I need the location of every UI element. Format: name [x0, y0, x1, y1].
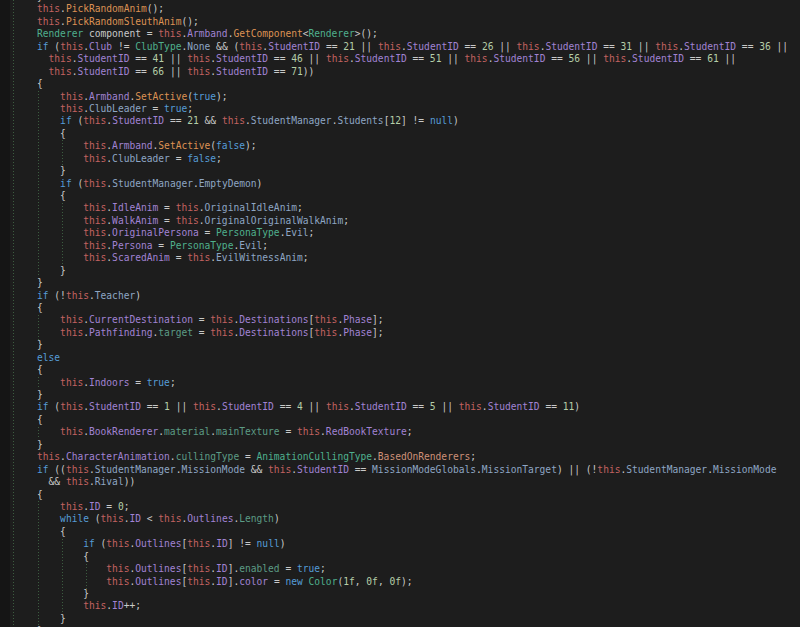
code-token: this — [83, 202, 106, 213]
code-token: this — [83, 252, 106, 263]
code-token: = — [280, 563, 297, 574]
code-token: if — [60, 178, 72, 189]
code-token: 12 — [389, 115, 401, 126]
code-token: null — [257, 538, 280, 549]
code-token: this — [210, 314, 233, 325]
code-token: ) — [280, 538, 286, 549]
code-token: = — [268, 576, 285, 587]
code-token: null — [430, 115, 453, 126]
code-token: || — [303, 401, 326, 412]
code-token: { — [37, 551, 89, 562]
code-token: else — [37, 352, 60, 363]
code-line: this.CharacterAnimation.cullingType = An… — [0, 451, 800, 463]
code-line: this.ClubLeader = true; — [0, 103, 800, 115]
code-token: 66 — [153, 66, 165, 77]
code-token: ); — [216, 91, 228, 102]
code-token — [37, 327, 60, 338]
code-token: this — [83, 115, 106, 126]
code-token: Rival — [95, 476, 124, 487]
code-token: BookRenderer — [89, 426, 158, 437]
code-token: ) — [135, 290, 141, 301]
code-token: PickRandomAnim — [66, 3, 147, 14]
code-token: PickRandomSleuthAnim — [66, 16, 182, 27]
code-token: GetComponent — [233, 28, 302, 39]
code-token: ); — [245, 140, 257, 151]
code-token: ClubLeader — [89, 103, 147, 114]
code-token: ); — [401, 576, 413, 587]
code-line: if ((this.StudentManager.MissionMode && … — [0, 464, 800, 476]
code-token: = — [170, 153, 187, 164]
code-token: this — [193, 401, 216, 412]
code-token: EvilWitnessAnim — [216, 252, 303, 263]
code-token: ; — [262, 240, 268, 251]
code-token: (); — [181, 16, 198, 27]
code-token: == — [407, 53, 430, 64]
code-token: cullingType — [176, 451, 240, 462]
code-token: ) — [453, 115, 459, 126]
code-token: Phase — [343, 327, 372, 338]
code-token: this — [210, 327, 233, 338]
code-token: || — [719, 53, 736, 64]
code-line: this.BookRenderer.material.mainTexture =… — [0, 426, 800, 438]
code-token: StudentID — [297, 464, 349, 475]
code-token: = — [193, 314, 210, 325]
code-line: this.ScaredAnim = this.EvilWitnessAnim; — [0, 252, 800, 264]
code-token: ) — [274, 513, 280, 524]
code-line: { — [0, 128, 800, 140]
code-token: this — [378, 41, 401, 52]
code-token: StudentID — [89, 401, 141, 412]
code-token: Outlines — [135, 563, 181, 574]
code-token: OriginalOriginalWalkAnim — [205, 215, 344, 226]
code-token: Armband — [89, 91, 129, 102]
code-token: this — [60, 91, 83, 102]
code-token: ] != — [228, 538, 257, 549]
code-token: { — [37, 489, 43, 500]
code-token: this — [297, 426, 320, 437]
code-token: ( — [95, 538, 107, 549]
code-token: Outlines — [135, 538, 181, 549]
code-token: == — [129, 66, 152, 77]
code-token: ClubType — [135, 41, 181, 52]
code-token: ID — [89, 501, 101, 512]
code-token: IdleAnim — [112, 202, 158, 213]
code-token: this — [187, 538, 210, 549]
code-line: } — [0, 265, 800, 277]
code-token: this — [83, 240, 106, 251]
code-token: = — [239, 451, 256, 462]
code-token: { — [37, 414, 43, 425]
code-token: Outlines — [187, 513, 233, 524]
code-token: ClubLeader — [112, 153, 170, 164]
code-token: StudentManager — [626, 464, 707, 475]
code-line: this.StudentID == 41 || this.StudentID =… — [0, 53, 800, 65]
code-line: if (this.StudentID == 1 || this.StudentI… — [0, 401, 800, 413]
code-token: } — [37, 0, 43, 2]
code-line: } — [0, 439, 800, 451]
code-token: None — [187, 41, 210, 52]
code-token: = — [170, 252, 187, 263]
code-token: this — [187, 252, 210, 263]
code-line: if (this.StudentID == 21 && this.Student… — [0, 115, 800, 127]
code-token: Indoors — [89, 377, 129, 388]
code-token: StudentManager — [95, 464, 176, 475]
code-token: MissionModeGlobals — [372, 464, 476, 475]
code-token: this — [101, 513, 124, 524]
code-token: Outlines — [135, 576, 181, 587]
code-token: || — [493, 41, 516, 52]
code-area[interactable]: }this.PickRandomAnim();this.PickRandomSl… — [0, 0, 800, 627]
code-token: (( — [49, 464, 66, 475]
code-token — [37, 600, 83, 611]
code-token: || — [771, 41, 788, 52]
code-token: = — [158, 215, 175, 226]
code-token: BasedOnRenderers — [378, 451, 470, 462]
code-line: this.Indoors = true; — [0, 377, 800, 389]
code-line: Renderer component = this.Armband.GetCom… — [0, 28, 800, 40]
code-token: || — [164, 53, 187, 64]
code-token: if — [37, 401, 49, 412]
code-token — [37, 377, 60, 388]
code-token: Length — [239, 513, 274, 524]
code-token: 0f — [389, 576, 401, 587]
code-token: { — [37, 128, 66, 139]
code-token: this — [176, 215, 199, 226]
code-token: WalkAnim — [112, 215, 158, 226]
code-token: ++; — [124, 600, 141, 611]
